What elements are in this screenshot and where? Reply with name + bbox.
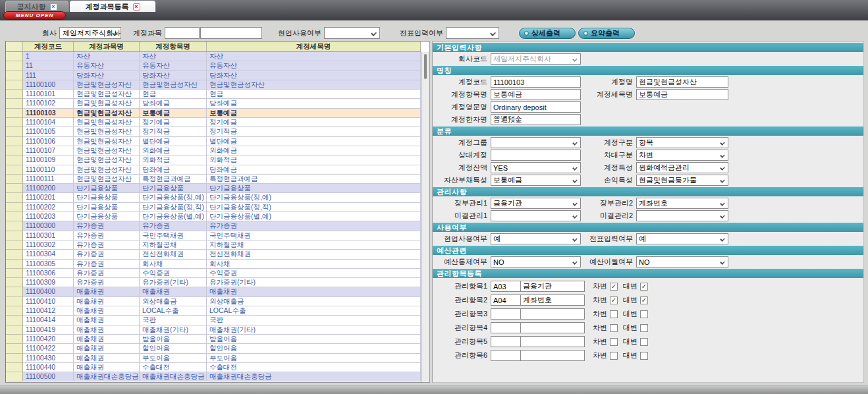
- mgmt-item-code-field[interactable]: [491, 308, 521, 320]
- acct-balance-select[interactable]: YES: [491, 162, 581, 173]
- grid-scrollbar[interactable]: [421, 52, 429, 382]
- summary-print-button[interactable]: 요약출력: [578, 28, 635, 39]
- row-selector[interactable]: [6, 175, 23, 184]
- ledger2-select[interactable]: 계좌번호: [636, 198, 728, 209]
- close-icon[interactable]: ×: [50, 3, 57, 11]
- table-row[interactable]: 11100103현금및현금성자산보통예금보통예금: [6, 109, 421, 118]
- credit-checkbox[interactable]: [640, 283, 648, 291]
- debit-checkbox[interactable]: [610, 352, 618, 360]
- biz-use-select[interactable]: [324, 27, 380, 39]
- mgmt-item-name-field[interactable]: [521, 350, 585, 361]
- table-row[interactable]: 11100440매출채권수출대전수출대전: [6, 363, 421, 372]
- table-row[interactable]: 11100111현금및현금성자산특정현금과예금특정현금과예금: [6, 175, 421, 184]
- row-selector[interactable]: [6, 203, 23, 212]
- menu-open-button[interactable]: MENU OPEN: [3, 11, 66, 20]
- mgmt-item-code-field[interactable]: [491, 322, 521, 333]
- table-row[interactable]: 1자산자산자산: [6, 52, 421, 61]
- table-row[interactable]: 11100410매출채권외상매출금외상매출금: [6, 297, 421, 306]
- grid-header-code[interactable]: 계정코드: [23, 42, 74, 51]
- grid-scrollbar-thumb[interactable]: [424, 54, 427, 79]
- row-selector[interactable]: [6, 335, 23, 344]
- table-row[interactable]: 11100500매출채권대손충당금매출채권대손충당금매출채권대손충당금: [6, 372, 421, 381]
- hanja-name-field[interactable]: [493, 116, 578, 124]
- credit-checkbox[interactable]: [640, 324, 648, 332]
- account-name-input[interactable]: [200, 27, 262, 39]
- row-selector[interactable]: [6, 260, 23, 269]
- acct-code-field[interactable]: [493, 78, 578, 86]
- row-selector[interactable]: [6, 90, 23, 99]
- acct-attr-select[interactable]: 원화예적금관리: [636, 162, 728, 173]
- table-row[interactable]: 11100200단기금융상품단기금융상품단기금융상품: [6, 184, 421, 193]
- row-selector[interactable]: [6, 109, 23, 118]
- table-row[interactable]: 11100414매출채권국판국판: [6, 316, 421, 325]
- table-row[interactable]: 11100305유가증권회사채회사채: [6, 260, 421, 269]
- grid-header-item[interactable]: 계정항목명: [140, 42, 207, 51]
- row-selector[interactable]: [6, 52, 23, 61]
- debit-checkbox[interactable]: [610, 324, 618, 332]
- table-row[interactable]: 11100106현금및현금성자산별단예금별단예금: [6, 137, 421, 146]
- row-selector[interactable]: [6, 325, 23, 335]
- table-row[interactable]: 11100105현금및현금성자산정기적금정기적금: [6, 127, 421, 136]
- table-row[interactable]: 11100304유가증권전신전화채권전신전화채권: [6, 250, 421, 259]
- row-selector[interactable]: [6, 316, 23, 325]
- acct-name-field[interactable]: [639, 78, 726, 86]
- table-row[interactable]: 11100430매출채권부도어음부도어음: [6, 354, 421, 363]
- row-selector[interactable]: [6, 146, 23, 155]
- credit-checkbox[interactable]: [640, 338, 648, 346]
- row-selector[interactable]: [6, 193, 23, 202]
- row-selector[interactable]: [6, 137, 23, 146]
- row-selector[interactable]: [6, 118, 23, 127]
- mgmt-item-code-field[interactable]: [491, 336, 521, 347]
- table-row[interactable]: 11100203단기금융상품단기금융상품(별,예)단기금융상품(별,예): [6, 212, 421, 221]
- asset-attr-select[interactable]: 보통예금: [491, 175, 581, 186]
- tab-account-registration[interactable]: 계정과목등록 ×: [70, 1, 155, 12]
- row-selector[interactable]: [6, 61, 23, 70]
- table-row[interactable]: 11100412매출채권LOCAL수출LOCAL수출: [6, 306, 421, 316]
- budget-ctrl-select[interactable]: NO: [491, 256, 581, 267]
- mgmt-item-name-field[interactable]: [521, 281, 585, 292]
- row-selector[interactable]: [6, 80, 23, 90]
- acct-group-select[interactable]: [491, 137, 581, 148]
- table-row[interactable]: 11100107현금및현금성자산외화예금외화예금: [6, 146, 421, 155]
- open1-select[interactable]: [491, 210, 581, 221]
- debit-checkbox[interactable]: [610, 283, 618, 291]
- credit-checkbox[interactable]: [640, 296, 648, 304]
- grid-header-subject[interactable]: 계정과목명: [74, 42, 140, 51]
- table-row[interactable]: 11100110현금및현금성자산당좌예금당좌예금: [6, 165, 421, 175]
- row-selector[interactable]: [6, 250, 23, 259]
- company-select[interactable]: 제일저지주식회사: [59, 27, 121, 39]
- mgmt-item-name-field[interactable]: [521, 308, 585, 320]
- table-row[interactable]: 11100109현금및현금성자산외화적금외화적금: [6, 155, 421, 165]
- mgmt-item-name-field[interactable]: [521, 322, 585, 333]
- mgmt-item-name-field[interactable]: [521, 336, 585, 347]
- debit-checkbox[interactable]: [610, 310, 618, 318]
- mgmt-item-code-field[interactable]: [491, 350, 521, 361]
- open2-select[interactable]: [636, 210, 728, 221]
- row-selector[interactable]: [6, 269, 23, 278]
- row-selector[interactable]: [6, 231, 23, 240]
- pl-attr-select[interactable]: 현금및현금등가물: [636, 175, 728, 186]
- eng-name-field[interactable]: [493, 103, 578, 111]
- table-row[interactable]: 11100104현금및현금성자산정기예금정기예금: [6, 118, 421, 127]
- tab-notice[interactable]: 공지사항 ×: [5, 1, 68, 12]
- company-code-select[interactable]: 제일저지주식회사: [491, 53, 581, 65]
- table-row[interactable]: 11100101현금및현금성자산현금현금: [6, 90, 421, 99]
- table-row[interactable]: 11100306유가증권수익증권수익증권: [6, 269, 421, 278]
- row-selector[interactable]: [6, 344, 23, 353]
- credit-checkbox[interactable]: [640, 352, 648, 360]
- row-selector[interactable]: [6, 155, 23, 165]
- row-selector[interactable]: [6, 127, 23, 136]
- mgmt-item-code-field[interactable]: [491, 295, 521, 306]
- account-code-input[interactable]: [165, 27, 200, 39]
- mgmt-item-name-field[interactable]: [521, 295, 585, 306]
- row-selector[interactable]: [6, 306, 23, 316]
- table-row[interactable]: 11100201단기금융상품단기금융상품(정,예)단기금융상품(정,예): [6, 193, 421, 202]
- row-selector[interactable]: [6, 165, 23, 175]
- row-selector[interactable]: [6, 221, 23, 231]
- ledger1-select[interactable]: 금융기관: [491, 198, 581, 209]
- row-selector[interactable]: [6, 363, 23, 372]
- close-icon[interactable]: ×: [133, 3, 140, 11]
- table-row[interactable]: 11100420매출채권받을어음받을어음: [6, 335, 421, 344]
- table-row[interactable]: 11100301유가증권국민주택채권국민주택채권: [6, 231, 421, 240]
- row-selector[interactable]: [6, 71, 23, 80]
